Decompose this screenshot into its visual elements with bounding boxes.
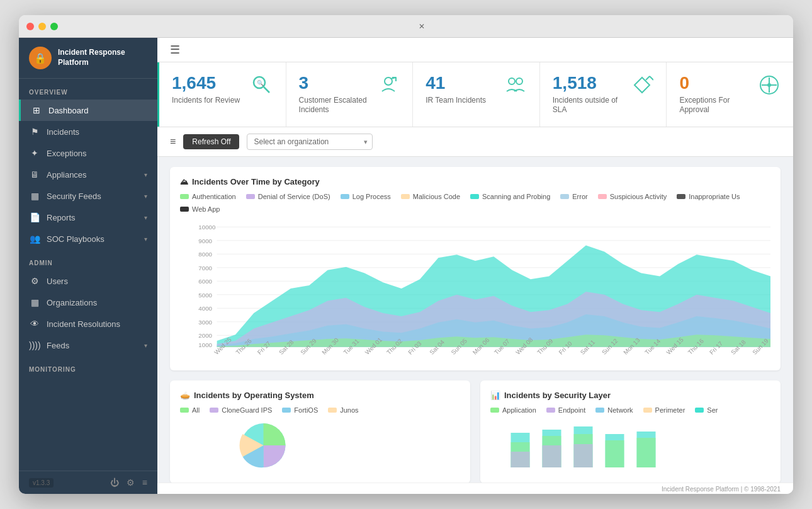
kpi-card-incidents-review[interactable]: 1,645 Incidents for Review 🔍 <box>157 62 286 127</box>
legend-item-suspicious: Suspicious Activity <box>598 193 667 200</box>
svg-point-5 <box>509 78 515 84</box>
users-icon: ⚙ <box>29 276 40 286</box>
logo-icon: 🔒 <box>29 47 52 69</box>
org-select-wrapper[interactable]: Select an organization <box>247 134 373 150</box>
kpi-card-customer-escalated[interactable]: 3 Customer EscalatedIncidents <box>286 62 414 127</box>
legend-item-application: Application <box>490 406 536 414</box>
chart-card-security-layer: 📊 Incidents by Security Layer Applicatio… <box>480 380 781 483</box>
sidebar-item-exceptions[interactable]: ✦ Exceptions <box>19 142 157 164</box>
kpi-label: IR Team Incidents <box>426 96 486 106</box>
sidebar-item-dashboard[interactable]: ⊞ Dashboard <box>19 100 157 121</box>
chart-title-os: 🥧 Incidents by Operating System <box>180 391 460 400</box>
legend-item-log: Log Process <box>341 193 391 200</box>
dashboard-icon: ⊞ <box>31 105 42 115</box>
svg-text:4000: 4000 <box>198 305 212 312</box>
reports-icon: 📄 <box>29 212 40 222</box>
exceptions-icon: ✦ <box>29 148 40 158</box>
kpi-exceptions-icon <box>758 74 781 101</box>
settings-icon[interactable]: ⚙ <box>127 478 135 488</box>
legend-item-dos: Denial of Service (DoS) <box>246 193 330 200</box>
titlebar: ✕ <box>19 15 793 38</box>
sidebar-item-label: Security Feeds <box>47 192 101 201</box>
legend-item-auth: Authentication <box>180 193 236 200</box>
filter-icon[interactable]: ≡ <box>170 136 176 147</box>
menu-icon[interactable]: ≡ <box>142 478 147 488</box>
sidebar-item-organizations[interactable]: ▦ Organizations <box>19 292 157 313</box>
incident-resolutions-icon: 👁 <box>29 319 40 329</box>
sidebar-item-incidents[interactable]: ⚑ Incidents <box>19 121 157 142</box>
topbar: ☰ <box>157 38 793 62</box>
sidebar-item-users[interactable]: ⚙ Users <box>19 270 157 292</box>
kpi-label: Customer EscalatedIncidents <box>299 96 367 115</box>
kpi-card-exceptions[interactable]: 0 Exceptions For Approval <box>667 62 793 127</box>
svg-rect-65 <box>543 445 561 467</box>
sidebar-item-label: Users <box>47 277 68 286</box>
logo-text: Incident ResponsePlatform <box>58 48 125 67</box>
legend-item-network: Network <box>595 406 633 414</box>
sidebar: 🔒 Incident ResponsePlatform OVERVIEW ⊞ D… <box>19 38 157 494</box>
kpi-row: 1,645 Incidents for Review 🔍 3 <box>157 62 793 127</box>
svg-rect-68 <box>574 444 593 467</box>
svg-text:6000: 6000 <box>198 278 212 285</box>
main-content: ☰ 1,645 Incidents for Review 🔍 <box>157 38 793 494</box>
chart-bar-icon: 📊 <box>490 391 500 400</box>
kpi-number: 3 <box>299 74 367 93</box>
legend-item-inappropriate: Inappropriate Us <box>677 193 740 200</box>
legend-item-fortios: FortiOS <box>282 406 318 414</box>
svg-rect-72 <box>637 438 656 467</box>
legend-item-malicious: Malicious Code <box>401 193 460 200</box>
charts-area: ⛰ Incidents Over Time by Category Authen… <box>157 157 793 483</box>
svg-text:10000: 10000 <box>198 224 216 231</box>
legend-item-ser: Ser <box>695 406 718 414</box>
sidebar-item-label: SOC Playbooks <box>47 234 104 244</box>
sidebar-item-reports[interactable]: 📄 Reports ▾ <box>19 207 157 228</box>
chevron-down-icon: ▾ <box>144 193 147 200</box>
minimize-button[interactable] <box>38 23 46 30</box>
chevron-down-icon: ▾ <box>144 342 147 349</box>
org-select[interactable]: Select an organization <box>247 134 373 150</box>
sidebar-section-admin: ADMIN <box>19 249 157 270</box>
power-icon[interactable]: ⏻ <box>110 478 119 488</box>
kpi-card-outside-sla[interactable]: 1,518 Incidents outside of SLA <box>540 62 667 127</box>
maximize-button[interactable] <box>50 23 58 30</box>
sidebar-item-label: Dashboard <box>48 106 89 115</box>
kpi-number: 0 <box>679 74 758 93</box>
sidebar-item-appliances[interactable]: 🖥 Appliances ▾ <box>19 164 157 185</box>
svg-text:🔍: 🔍 <box>257 79 264 87</box>
svg-text:3000: 3000 <box>198 319 212 326</box>
svg-text:7000: 7000 <box>198 265 212 272</box>
svg-rect-62 <box>511 452 530 467</box>
sidebar-footer: v1.3.3 ⏻ ⚙ ≡ <box>19 471 157 494</box>
footer-copyright: Incident Response Platform | © 1998-2021 <box>157 483 793 494</box>
legend-item-endpoint: Endpoint <box>546 406 585 414</box>
svg-text:9000: 9000 <box>198 237 212 244</box>
refresh-button[interactable]: Refresh Off <box>183 134 239 149</box>
svg-line-4 <box>391 77 396 79</box>
hamburger-icon[interactable]: ☰ <box>170 43 180 57</box>
sidebar-item-label: Incident Resolutions <box>47 319 120 329</box>
kpi-sla-icon <box>631 74 653 101</box>
sidebar-item-soc-playbooks[interactable]: 👥 SOC Playbooks ▾ <box>19 228 157 249</box>
legend-item-cloneguard: CloneGuard IPS <box>210 406 272 414</box>
sidebar-item-security-feeds[interactable]: ▦ Security Feeds ▾ <box>19 185 157 207</box>
kpi-number: 1,645 <box>172 74 240 93</box>
security-feeds-icon: ▦ <box>29 191 40 201</box>
sidebar-item-label: Organizations <box>47 298 97 307</box>
window-controls[interactable] <box>26 23 58 30</box>
chevron-down-icon: ▾ <box>144 171 147 178</box>
sidebar-section-overview: OVERVIEW <box>19 79 157 100</box>
window-title: ✕ <box>58 22 786 31</box>
chevron-down-icon: ▾ <box>144 214 147 221</box>
soc-playbooks-icon: 👥 <box>29 234 40 244</box>
legend-item-scanning: Scanning and Probing <box>470 193 550 200</box>
svg-text:8000: 8000 <box>198 251 212 258</box>
kpi-card-team-incidents[interactable]: 41 IR Team Incidents <box>413 62 540 127</box>
feeds-icon: )))) <box>29 340 40 350</box>
kpi-number: 1,518 <box>553 74 631 93</box>
legend-item-all: All <box>180 406 200 414</box>
sidebar-item-incident-resolutions[interactable]: 👁 Incident Resolutions <box>19 313 157 335</box>
close-button[interactable] <box>26 23 34 30</box>
chart-pie-icon: 🥧 <box>180 391 190 400</box>
footer-icons[interactable]: ⏻ ⚙ ≡ <box>110 478 147 488</box>
sidebar-item-feeds[interactable]: )))) Feeds ▾ <box>19 335 157 356</box>
